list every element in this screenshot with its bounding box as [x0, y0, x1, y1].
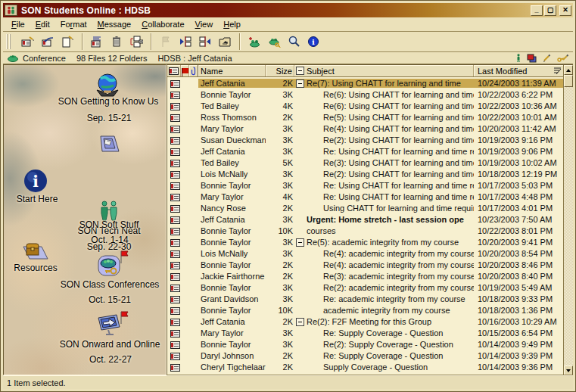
row-size-cell: 2K: [266, 317, 294, 326]
row-date-cell: 10/22/2003 6:22 PM: [474, 90, 563, 99]
table-row[interactable]: Bonnie Taylor 3K Re: Using CHATT for lea…: [167, 179, 563, 191]
soft-stuff-icon[interactable]: [98, 201, 120, 222]
reply-button[interactable]: [38, 33, 58, 50]
scrollbar-thumb[interactable]: [564, 75, 573, 87]
search-button[interactable]: [284, 33, 304, 50]
table-row[interactable]: Bonnie Taylor 3K Re(2): academic integri…: [167, 282, 563, 293]
close-button[interactable]: ✕: [559, 5, 571, 16]
class-conferences-label[interactable]: SON Class Conferences: [61, 279, 160, 290]
maximize-button[interactable]: ▢: [544, 5, 556, 16]
titlebar[interactable]: SON Students Online : HDSB _ ▢ ✕: [3, 3, 573, 17]
permissions-button[interactable]: [264, 33, 284, 50]
message-icon: [170, 103, 180, 110]
header-menu-icon[interactable]: [553, 67, 562, 75]
table-row[interactable]: Grant Davidson 3K Re: academic integrity…: [167, 293, 563, 304]
row-date-cell: 10/14/2003 9:36 PM: [474, 362, 563, 372]
table-row[interactable]: Ted Bailey 4K Re(6): Using CHATT for lea…: [167, 100, 563, 111]
start-here-label[interactable]: Start Here: [17, 194, 58, 204]
parent-folder-button[interactable]: [215, 33, 235, 50]
get-info-button[interactable]: i: [304, 33, 323, 50]
table-row[interactable]: Mary Taylor 3K Re(4): Using CHATT for le…: [167, 123, 563, 134]
table-row[interactable]: Mary Taylor 3K Re: Supply Coverage - Que…: [167, 327, 563, 338]
table-row[interactable]: Lois McNally 3K Re(4): academic integrit…: [167, 247, 563, 259]
table-row[interactable]: Jackie Fairthorne 2K Re(3): academic int…: [167, 270, 563, 282]
size-column-header[interactable]: Size: [266, 65, 294, 76]
table-row[interactable]: Nancy Rose 2K Using CHATT for learning a…: [167, 202, 563, 213]
message-icon: [170, 273, 180, 281]
table-row[interactable]: Ted Bailey 5K Re(3): Using CHATT for lea…: [167, 157, 563, 168]
new-message-button[interactable]: [18, 33, 38, 50]
row-message-cell: [167, 294, 198, 303]
table-row[interactable]: Ross Thomson 2K Re(5): Using CHATT for l…: [167, 111, 563, 123]
message-icon: [170, 160, 180, 167]
row-subject-cell: Re(2): academic integrity from my course: [294, 283, 474, 292]
menu-format[interactable]: Format: [57, 18, 94, 30]
collapse-thread-box[interactable]: [296, 238, 304, 247]
collapse-thread-button[interactable]: [126, 33, 146, 50]
table-row[interactable]: Lois McNally 3K Re(2): Using CHATT for l…: [167, 168, 563, 179]
tech-neat-icon[interactable]: [95, 133, 122, 157]
last-modified-column-header[interactable]: Last Modified: [474, 65, 563, 76]
minimize-button[interactable]: _: [531, 5, 543, 16]
menu-edit[interactable]: Edit: [32, 18, 57, 30]
scroll-down-button[interactable]: [564, 366, 573, 375]
table-row[interactable]: Bonnie Taylor 3K Re(2): Supply Coverage …: [167, 338, 563, 350]
getting-to-know-us-icon[interactable]: [94, 73, 121, 99]
table-row[interactable]: Bonnie Taylor 10K courses 10/22/2003 8:0…: [167, 225, 563, 236]
row-message-cell: [167, 362, 198, 371]
menu-view[interactable]: View: [191, 18, 220, 30]
start-here-icon[interactable]: i: [23, 168, 48, 194]
message-column-header[interactable]: [167, 65, 181, 76]
vertical-scrollbar[interactable]: [563, 65, 573, 375]
table-row[interactable]: Bonnie Taylor 10K academic integrity fro…: [167, 304, 563, 316]
table-row[interactable]: Jeff Catania 3K Re: Using CHATT for lear…: [167, 145, 563, 157]
table-row[interactable]: Jeff Catania 3K Urgent: Home stretch - l…: [167, 213, 563, 225]
table-row[interactable]: Jeff Catania 2K Re(2): F2F Meeting for t…: [167, 316, 563, 327]
resources-label[interactable]: Resources: [14, 263, 57, 273]
message-icon: [170, 114, 180, 122]
add-member-button[interactable]: [244, 33, 264, 50]
table-row[interactable]: Bonnie Taylor 3K Re(6): Using CHATT for …: [167, 89, 563, 100]
table-row[interactable]: Bonnie Taylor 2K Re(4): academic integri…: [167, 259, 563, 270]
menu-message[interactable]: Message: [94, 18, 139, 30]
collapse-thread-box[interactable]: [296, 79, 304, 88]
subject-column-header[interactable]: Subject: [294, 65, 474, 76]
collapse-all-box[interactable]: [296, 67, 304, 75]
collapse-thread-box[interactable]: [296, 318, 304, 326]
table-row[interactable]: Jeff Catania 2K Re(7): Using CHATT for l…: [167, 77, 563, 89]
class-conferences-icon[interactable]: [97, 254, 123, 278]
flag-column-header[interactable]: [181, 65, 189, 76]
scrollbar-track[interactable]: [564, 87, 573, 366]
name-column-header[interactable]: Name: [198, 65, 266, 76]
toolbar-drag-handle[interactable]: [6, 34, 11, 49]
menu-help[interactable]: Help: [220, 18, 248, 30]
row-message-cell: [167, 328, 198, 337]
message-icon: [170, 307, 180, 315]
menu-file[interactable]: File: [8, 18, 32, 30]
onward-online-icon[interactable]: [95, 313, 123, 338]
open-message-list-button[interactable]: [87, 33, 107, 50]
table-row[interactable]: Mary Taylor 4K Re: Using CHATT for learn…: [167, 191, 563, 202]
row-size-cell: 3K: [266, 328, 294, 338]
table-row[interactable]: Daryl Johnson 2K Re: Supply Coverage - Q…: [167, 350, 563, 361]
row-size-cell: 3K: [266, 340, 294, 349]
table-row[interactable]: Susan Dueckman 3K Re(2): Using CHATT for…: [167, 134, 563, 145]
delete-button[interactable]: [107, 33, 126, 50]
menu-collaborate[interactable]: Collaborate: [138, 18, 191, 30]
resources-icon[interactable]: [20, 239, 49, 262]
soft-stuff-label[interactable]: SON Soft Stuff: [79, 219, 139, 230]
message-icon: [170, 341, 180, 349]
table-row[interactable]: Bonnie Taylor 3K Re(5): academic integri…: [167, 236, 563, 247]
attachment-column-header[interactable]: [189, 65, 198, 76]
row-name-cell: Jeff Catania: [198, 79, 266, 88]
next-unread-button[interactable]: [195, 33, 215, 50]
getting-to-know-us-label[interactable]: SON Getting to Know Us: [58, 96, 159, 107]
table-row[interactable]: Cheryl Tigchelaar 2K Supply Coverage - Q…: [167, 361, 563, 372]
row-size-cell: 2K: [266, 351, 294, 360]
scroll-up-button[interactable]: [564, 65, 573, 75]
flag-button[interactable]: [156, 33, 176, 50]
onward-online-label[interactable]: SON Onward and Online: [60, 339, 160, 350]
previous-unread-button[interactable]: [176, 33, 195, 50]
new-document-button[interactable]: [58, 33, 77, 50]
row-date-cell: 10/16/2003 10:29 AM: [474, 317, 563, 326]
